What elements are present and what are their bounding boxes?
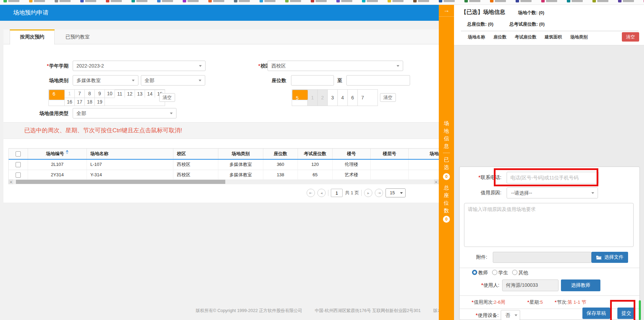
reason-select[interactable]: --请选择-- (507, 187, 598, 198)
bookmark-item[interactable] (183, 0, 199, 2)
bookmark-item[interactable] (285, 0, 301, 2)
prev-page-button[interactable]: ◂ (317, 189, 326, 197)
bookmark-text-stub (136, 0, 147, 2)
scroll-left-icon[interactable]: ◂ (8, 179, 13, 184)
bookmark-item[interactable] (490, 0, 506, 2)
campus-select[interactable]: 西校区 (267, 61, 403, 71)
collapse-panel-button[interactable]: → (439, 5, 454, 17)
sort-icon[interactable] (66, 149, 69, 155)
device-select[interactable]: 否 (501, 310, 520, 320)
bookmark-item[interactable] (567, 0, 583, 2)
bookmark-item[interactable] (55, 0, 71, 2)
role-radio-option[interactable]: 学生 (492, 270, 508, 276)
choose-teacher-button[interactable]: 选择教师 (561, 279, 600, 291)
grid-cell[interactable]: 13 (135, 90, 145, 98)
grid-cell[interactable]: 19 (94, 98, 105, 106)
grid-cell[interactable]: 9 (94, 90, 105, 98)
borrow-type-select[interactable]: 全部 (73, 108, 176, 118)
chevron-down-icon (397, 65, 399, 68)
favicon-icon (80, 0, 84, 2)
page-size-select[interactable]: 15 (386, 188, 406, 197)
role-radio-checked[interactable]: 教师 (472, 270, 488, 276)
bookmark-item[interactable] (618, 0, 634, 2)
bookmark-item[interactable] (131, 0, 147, 2)
attachment-input[interactable] (493, 252, 591, 263)
rail-selected-label: 已选 (439, 156, 454, 171)
user-input[interactable] (502, 279, 559, 291)
scrollbar-thumb[interactable] (16, 180, 225, 184)
pagination-divider (361, 190, 362, 196)
bookmark-item[interactable] (516, 0, 532, 2)
grid-cell[interactable]: 12 (125, 90, 135, 98)
bookmark-item[interactable] (234, 0, 250, 2)
grid-cell[interactable]: 5 (292, 90, 308, 100)
grid-cell[interactable]: 4 (337, 90, 347, 106)
bookmark-text-stub (188, 0, 199, 2)
category-select-2[interactable]: 全部 (141, 75, 205, 86)
grid-cell[interactable]: 6 (49, 90, 65, 100)
selected-count-badge: 0 (443, 173, 450, 180)
grid-cell[interactable]: 7 (74, 90, 84, 98)
seats-max-input[interactable] (346, 75, 410, 86)
submit-button[interactable]: 提交 (617, 308, 635, 319)
term-select[interactable]: 2022-2023-2 (73, 61, 206, 71)
clear-selected-button[interactable]: 清空 (622, 32, 639, 42)
day-clear-button[interactable]: 清空 (380, 93, 396, 102)
table-header-row: 场地编号场地名称校区场地类别座位数考试座位数楼号楼层号场地借用类型 (9, 148, 439, 160)
grid-cell[interactable]: 11 (115, 90, 125, 98)
next-page-button[interactable]: ▸ (364, 189, 372, 197)
table-cell: 65 (298, 170, 333, 180)
select-all-checkbox[interactable] (16, 151, 21, 157)
bookmark-item[interactable] (592, 0, 608, 2)
grid-cell[interactable]: 2 (317, 90, 327, 106)
bookmark-item[interactable] (439, 0, 455, 2)
bookmark-item[interactable] (413, 0, 429, 2)
bookmark-item[interactable] (336, 0, 352, 2)
row-checkbox[interactable] (16, 172, 21, 178)
bookmark-item[interactable] (311, 0, 327, 2)
phone-input[interactable] (507, 172, 599, 184)
category-select-1[interactable]: 多媒体教室 (73, 75, 138, 86)
choose-file-button[interactable]: 选择文件 (591, 252, 628, 263)
grid-cell[interactable]: 10 (105, 90, 115, 98)
bookmark-item[interactable] (260, 0, 275, 2)
green-scrollbar-thumb[interactable] (639, 300, 641, 320)
bookmark-item[interactable] (29, 0, 45, 2)
grid-cell[interactable]: 14 (145, 90, 155, 98)
grid-cell[interactable]: 16 (64, 98, 74, 106)
last-page-button[interactable]: ⇥ (375, 189, 383, 197)
save-draft-button[interactable]: 保存草稿 (582, 308, 610, 319)
bookmark-item[interactable] (157, 0, 173, 2)
bookmark-item[interactable] (541, 0, 557, 2)
bookmark-text-stub (213, 0, 224, 2)
bookmark-item[interactable] (362, 0, 378, 2)
grid-cell[interactable]: 7 (357, 90, 368, 106)
bookmark-item[interactable] (3, 0, 19, 2)
horizontal-scrollbar[interactable]: ◂ ▸ (8, 179, 439, 184)
rail-divider (443, 153, 450, 153)
grid-cell[interactable]: 18 (84, 98, 94, 106)
page-number-input[interactable] (331, 189, 343, 197)
grid-cell[interactable]: 1 (64, 90, 74, 98)
bookmark-item[interactable] (80, 0, 96, 2)
week-clear-button[interactable]: 清空 (159, 93, 175, 102)
bookmark-item[interactable] (106, 0, 122, 2)
bookmark-item[interactable] (388, 0, 403, 2)
scroll-right-icon[interactable]: ▸ (434, 179, 439, 184)
tab-week-reservation[interactable]: 按周次预约 (10, 29, 55, 45)
page-title: 场地预约申请 (13, 5, 48, 21)
grid-cell[interactable]: 3 (327, 90, 337, 106)
detail-reason-textarea[interactable] (464, 203, 634, 247)
bookmark-item[interactable] (464, 0, 480, 2)
grid-cell[interactable]: 8 (84, 90, 94, 98)
seats-min-input[interactable] (291, 75, 334, 86)
role-radio-option[interactable]: 其他 (512, 270, 528, 276)
first-page-button[interactable]: ⇤ (307, 189, 315, 197)
tab-reserved-rooms[interactable]: 已预约教室 (55, 29, 100, 44)
grid-cell[interactable]: 17 (74, 98, 84, 106)
row-checkbox[interactable] (16, 162, 21, 167)
grid-cell[interactable]: 1 (307, 90, 317, 106)
bookmark-item[interactable] (208, 0, 224, 2)
grid-cell[interactable]: 6 (347, 90, 357, 106)
table-cell: Y-314 (87, 170, 173, 180)
